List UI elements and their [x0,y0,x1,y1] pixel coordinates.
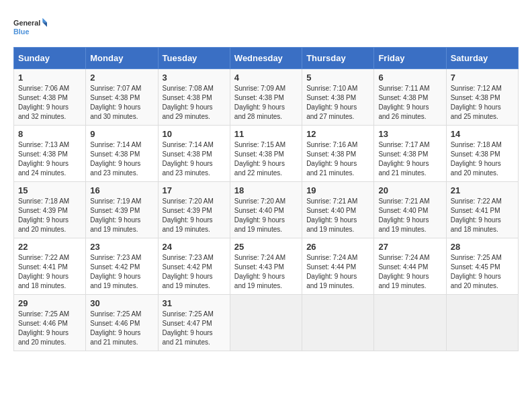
header-row: SundayMondayTuesdayWednesdayThursdayFrid… [14,48,519,69]
day-cell: 18 Sunrise: 7:20 AMSunset: 4:40 PMDaylig… [230,182,302,238]
day-cell: 22 Sunrise: 7:22 AMSunset: 4:41 PMDaylig… [14,238,86,295]
day-number: 1 [18,73,81,83]
day-number: 10 [163,129,226,139]
day-number: 21 [451,185,514,195]
day-info: Sunrise: 7:16 AMSunset: 4:38 PMDaylight:… [306,141,357,177]
svg-text:General: General [13,19,40,27]
day-cell: 19 Sunrise: 7:21 AMSunset: 4:40 PMDaylig… [302,182,374,238]
logo-svg: General Blue [13,13,47,40]
day-cell: 12 Sunrise: 7:16 AMSunset: 4:38 PMDaylig… [302,126,374,182]
day-cell: 9 Sunrise: 7:14 AMSunset: 4:38 PMDayligh… [86,126,158,182]
day-cell: 27 Sunrise: 7:24 AMSunset: 4:44 PMDaylig… [374,238,446,295]
day-cell [302,295,374,351]
week-row-5: 29 Sunrise: 7:25 AMSunset: 4:46 PMDaylig… [14,295,519,351]
day-number: 7 [451,73,514,83]
day-number: 22 [18,242,81,252]
day-info: Sunrise: 7:17 AMSunset: 4:38 PMDaylight:… [378,141,429,177]
svg-text:Blue: Blue [13,28,29,36]
day-cell: 16 Sunrise: 7:19 AMSunset: 4:39 PMDaylig… [86,182,158,238]
day-number: 30 [90,298,153,308]
header-cell-thursday: Thursday [302,48,374,69]
day-info: Sunrise: 7:22 AMSunset: 4:41 PMDaylight:… [18,254,69,289]
day-cell: 5 Sunrise: 7:10 AMSunset: 4:38 PMDayligh… [302,69,374,126]
day-number: 26 [306,242,369,252]
day-number: 14 [451,129,514,139]
day-cell: 17 Sunrise: 7:20 AMSunset: 4:39 PMDaylig… [158,182,230,238]
day-number: 12 [306,129,369,139]
day-cell: 8 Sunrise: 7:13 AMSunset: 4:38 PMDayligh… [14,126,86,182]
day-info: Sunrise: 7:21 AMSunset: 4:40 PMDaylight:… [306,197,357,233]
day-cell: 10 Sunrise: 7:14 AMSunset: 4:38 PMDaylig… [158,126,230,182]
day-info: Sunrise: 7:12 AMSunset: 4:38 PMDaylight:… [451,85,502,120]
header-cell-wednesday: Wednesday [230,48,302,69]
day-number: 31 [163,298,226,308]
header-cell-monday: Monday [86,48,158,69]
day-number: 17 [163,185,226,195]
day-cell [230,295,302,351]
day-cell: 28 Sunrise: 7:25 AMSunset: 4:45 PMDaylig… [446,238,518,295]
day-info: Sunrise: 7:14 AMSunset: 4:38 PMDaylight:… [90,141,141,177]
day-number: 23 [90,242,153,252]
day-info: Sunrise: 7:21 AMSunset: 4:40 PMDaylight:… [378,197,429,233]
day-number: 29 [18,298,81,308]
day-cell: 31 Sunrise: 7:25 AMSunset: 4:47 PMDaylig… [158,295,230,351]
day-cell: 30 Sunrise: 7:25 AMSunset: 4:46 PMDaylig… [86,295,158,351]
day-number: 6 [378,73,441,83]
day-info: Sunrise: 7:24 AMSunset: 4:44 PMDaylight:… [306,254,357,289]
day-number: 2 [90,73,153,83]
logo: General Blue [13,13,47,40]
day-cell: 25 Sunrise: 7:24 AMSunset: 4:43 PMDaylig… [230,238,302,295]
day-info: Sunrise: 7:22 AMSunset: 4:41 PMDaylight:… [451,197,502,233]
day-info: Sunrise: 7:18 AMSunset: 4:38 PMDaylight:… [451,141,502,177]
header-cell-friday: Friday [374,48,446,69]
day-info: Sunrise: 7:25 AMSunset: 4:46 PMDaylight:… [18,310,69,346]
day-cell: 7 Sunrise: 7:12 AMSunset: 4:38 PMDayligh… [446,69,518,126]
day-cell: 15 Sunrise: 7:18 AMSunset: 4:39 PMDaylig… [14,182,86,238]
week-row-4: 22 Sunrise: 7:22 AMSunset: 4:41 PMDaylig… [14,238,519,295]
day-number: 28 [451,242,514,252]
day-info: Sunrise: 7:25 AMSunset: 4:47 PMDaylight:… [163,310,214,346]
week-row-3: 15 Sunrise: 7:18 AMSunset: 4:39 PMDaylig… [14,182,519,238]
day-info: Sunrise: 7:20 AMSunset: 4:40 PMDaylight:… [234,197,285,233]
week-row-2: 8 Sunrise: 7:13 AMSunset: 4:38 PMDayligh… [14,126,519,182]
header-cell-saturday: Saturday [446,48,518,69]
day-number: 4 [234,73,298,83]
day-number: 25 [234,242,298,252]
day-info: Sunrise: 7:18 AMSunset: 4:39 PMDaylight:… [18,197,69,233]
day-cell: 4 Sunrise: 7:09 AMSunset: 4:38 PMDayligh… [230,69,302,126]
day-info: Sunrise: 7:23 AMSunset: 4:42 PMDaylight:… [90,254,141,289]
week-row-1: 1 Sunrise: 7:06 AMSunset: 4:38 PMDayligh… [14,69,519,126]
day-info: Sunrise: 7:25 AMSunset: 4:45 PMDaylight:… [451,254,502,289]
day-number: 27 [378,242,441,252]
day-number: 20 [378,185,441,195]
day-number: 24 [163,242,226,252]
day-number: 19 [306,185,369,195]
day-cell: 29 Sunrise: 7:25 AMSunset: 4:46 PMDaylig… [14,295,86,351]
day-info: Sunrise: 7:07 AMSunset: 4:38 PMDaylight:… [90,85,141,120]
day-cell: 1 Sunrise: 7:06 AMSunset: 4:38 PMDayligh… [14,69,86,126]
day-cell [446,295,518,351]
day-cell: 21 Sunrise: 7:22 AMSunset: 4:41 PMDaylig… [446,182,518,238]
day-info: Sunrise: 7:06 AMSunset: 4:38 PMDaylight:… [18,85,69,120]
day-cell: 13 Sunrise: 7:17 AMSunset: 4:38 PMDaylig… [374,126,446,182]
calendar-table: SundayMondayTuesdayWednesdayThursdayFrid… [13,47,519,351]
day-cell [374,295,446,351]
day-number: 5 [306,73,369,83]
day-info: Sunrise: 7:20 AMSunset: 4:39 PMDaylight:… [163,197,214,233]
header-cell-sunday: Sunday [14,48,86,69]
day-info: Sunrise: 7:15 AMSunset: 4:38 PMDaylight:… [234,141,285,177]
day-cell: 20 Sunrise: 7:21 AMSunset: 4:40 PMDaylig… [374,182,446,238]
day-number: 3 [163,73,226,83]
day-number: 16 [90,185,153,195]
day-info: Sunrise: 7:13 AMSunset: 4:38 PMDaylight:… [18,141,69,177]
day-info: Sunrise: 7:19 AMSunset: 4:39 PMDaylight:… [90,197,141,233]
day-number: 18 [234,185,298,195]
day-cell: 2 Sunrise: 7:07 AMSunset: 4:38 PMDayligh… [86,69,158,126]
day-info: Sunrise: 7:11 AMSunset: 4:38 PMDaylight:… [378,85,429,120]
day-cell: 24 Sunrise: 7:23 AMSunset: 4:42 PMDaylig… [158,238,230,295]
day-info: Sunrise: 7:08 AMSunset: 4:38 PMDaylight:… [163,85,214,120]
day-number: 15 [18,185,81,195]
day-info: Sunrise: 7:25 AMSunset: 4:46 PMDaylight:… [90,310,141,346]
day-cell: 26 Sunrise: 7:24 AMSunset: 4:44 PMDaylig… [302,238,374,295]
day-cell: 23 Sunrise: 7:23 AMSunset: 4:42 PMDaylig… [86,238,158,295]
